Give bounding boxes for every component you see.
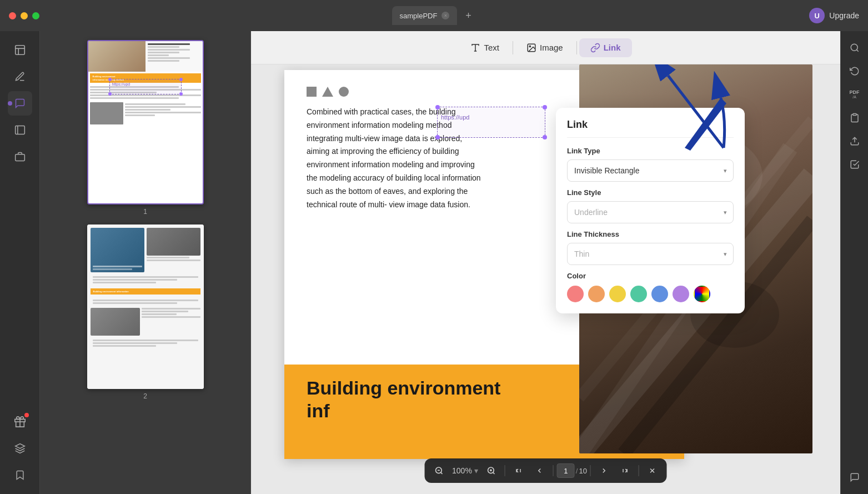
shape-triangle (322, 87, 333, 97)
svg-marker-8 (15, 444, 24, 448)
line-thickness-select[interactable]: Thin Medium Thick (567, 243, 734, 265)
link-panel: Link Link Type Invisible Rectangle Visib… (556, 108, 745, 313)
toolbar-sep-2 (576, 41, 577, 54)
avatar: U (809, 8, 825, 23)
line-style-label: Line Style (567, 188, 734, 197)
svg-point-33 (851, 44, 857, 51)
link-type-select[interactable]: Invisible Rectangle Visible Rectangle (567, 159, 734, 182)
right-refresh-icon[interactable] (845, 61, 865, 81)
line-style-select[interactable]: Underline None Solid (567, 201, 734, 223)
thumbnail-box-2[interactable]: Building environment information (87, 224, 204, 389)
right-clipboard-icon[interactable] (845, 108, 865, 128)
sidebar-icon-annotate[interactable] (8, 91, 32, 116)
sidebar-icon-pages[interactable] (8, 38, 32, 62)
svg-line-26 (493, 472, 495, 474)
right-upload-icon[interactable] (845, 131, 865, 151)
sidebar-icon-bookmark[interactable] (8, 463, 32, 487)
upgrade-button[interactable]: U Upgrade (809, 8, 859, 23)
link-url-display: https://upd (441, 113, 469, 123)
close-button[interactable] (9, 12, 16, 19)
zoom-value: 100% (452, 466, 472, 475)
color-swatch-yellow[interactable] (609, 286, 626, 302)
line-style-dropdown-wrapper: Underline None Solid ▾ (567, 201, 734, 223)
bottom-toolbar: 100% ▾ (424, 458, 667, 483)
page-total-display: 10 (579, 467, 586, 475)
first-page-button[interactable] (509, 461, 529, 481)
link-tool-label: Link (604, 43, 621, 52)
left-sidebar (0, 31, 40, 494)
color-swatch-purple[interactable] (673, 286, 689, 302)
image-tool-label: Image (540, 43, 563, 52)
prev-page-button[interactable] (530, 461, 550, 481)
bottom-sep-1 (505, 465, 505, 476)
tab-samplepdf[interactable]: samplePDF × (392, 6, 458, 25)
right-pdficon[interactable]: PDF /A (845, 84, 865, 104)
sidebar-icon-edit[interactable] (8, 64, 32, 89)
shape-circle (339, 87, 349, 97)
tab-label: samplePDF (400, 12, 438, 20)
top-toolbar: Text Image Link (251, 31, 840, 64)
page-separator: / (576, 467, 578, 475)
bottom-sep-3 (590, 465, 591, 476)
svg-rect-0 (15, 46, 24, 55)
color-swatch-orange[interactable] (588, 286, 605, 302)
color-swatch-teal[interactable] (630, 286, 647, 302)
zoom-level-display: 100% ▾ (450, 466, 480, 475)
color-label: Color (567, 272, 734, 280)
text-tool-button[interactable]: Text (459, 38, 510, 57)
thumbnail-panel: Building environmentinformation modeling… (40, 31, 251, 494)
thumbnail-page-1[interactable]: Building environmentinformation modeling… (47, 40, 244, 216)
right-search-icon[interactable] (845, 38, 865, 58)
content-area: Text Image Link 1 (251, 31, 840, 494)
svg-rect-5 (15, 154, 24, 161)
sidebar-icon-pages2[interactable] (8, 118, 32, 142)
zoom-dropdown-arrow[interactable]: ▾ (474, 466, 478, 475)
link-tool-button[interactable]: Link (579, 38, 632, 57)
bottom-sep-4 (639, 465, 639, 476)
thumbnail-box-1[interactable]: Building environmentinformation modeling… (87, 40, 204, 204)
thumbnail-page-2[interactable]: Building environment information (47, 224, 244, 400)
line-thickness-label: Line Thickness (567, 230, 734, 238)
minimize-button[interactable] (21, 12, 28, 19)
svg-line-34 (856, 49, 858, 51)
traffic-lights (9, 12, 39, 19)
right-mail-icon[interactable] (845, 154, 865, 174)
link-url-thumbnail: https://upd (112, 82, 157, 86)
sidebar-icon-stack[interactable] (8, 144, 32, 169)
image-tool-button[interactable]: Image (515, 38, 574, 57)
svg-rect-3 (15, 126, 24, 134)
link-type-label: Link Type (567, 147, 734, 155)
svg-point-12 (529, 46, 530, 47)
svg-rect-35 (853, 114, 856, 116)
link-panel-title: Link (567, 119, 734, 138)
right-sidebar: PDF /A (840, 31, 868, 494)
right-comment-icon[interactable] (845, 467, 865, 487)
page-number-input[interactable] (557, 463, 575, 478)
shape-square (307, 87, 317, 97)
sidebar-icon-layers[interactable] (8, 436, 32, 461)
maximize-button[interactable] (32, 12, 39, 19)
tab-add-icon[interactable]: + (460, 8, 476, 23)
color-swatch-rainbow[interactable] (694, 286, 710, 302)
text-tool-label: Text (484, 43, 499, 52)
upgrade-label: Upgrade (829, 11, 859, 20)
close-toolbar-button[interactable] (643, 461, 663, 481)
link-type-dropdown-wrapper: Invisible Rectangle Visible Rectangle ▾ (567, 159, 734, 182)
tab-bar: samplePDF × + (392, 6, 476, 25)
svg-line-23 (440, 472, 442, 474)
zoom-out-button[interactable] (429, 461, 449, 481)
color-swatch-blue[interactable] (651, 286, 668, 302)
thumbnail-page-num-2: 2 (143, 392, 147, 400)
titlebar: samplePDF × + U Upgrade (0, 0, 868, 31)
thumbnail-page-num-1: 1 (143, 208, 147, 216)
zoom-in-button[interactable] (481, 461, 501, 481)
tab-close-icon[interactable]: × (441, 12, 449, 19)
sidebar-icon-gift[interactable] (8, 410, 32, 434)
toolbar-sep-1 (513, 41, 513, 54)
color-swatches (567, 286, 734, 302)
next-page-button[interactable] (594, 461, 614, 481)
link-selection-thumbnail: https://upd (109, 79, 182, 94)
color-swatch-red[interactable] (567, 286, 584, 302)
link-selection-overlay[interactable]: https://upd (437, 107, 545, 138)
last-page-button[interactable] (615, 461, 635, 481)
